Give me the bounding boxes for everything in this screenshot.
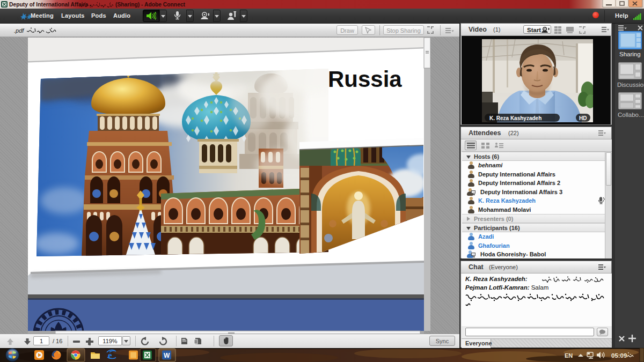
svg-text:W: W [164,352,170,359]
svg-text:.pdf: .pdf [14,27,24,34]
svg-text:Russia: Russia [328,67,402,92]
svg-text:EN: EN [565,352,573,359]
svg-text:K. Reza Kashyzadeh: K. Reza Kashyzadeh [489,115,541,121]
svg-text:HD: HD [579,115,587,121]
svg-text:05:09: 05:09 [611,352,627,359]
